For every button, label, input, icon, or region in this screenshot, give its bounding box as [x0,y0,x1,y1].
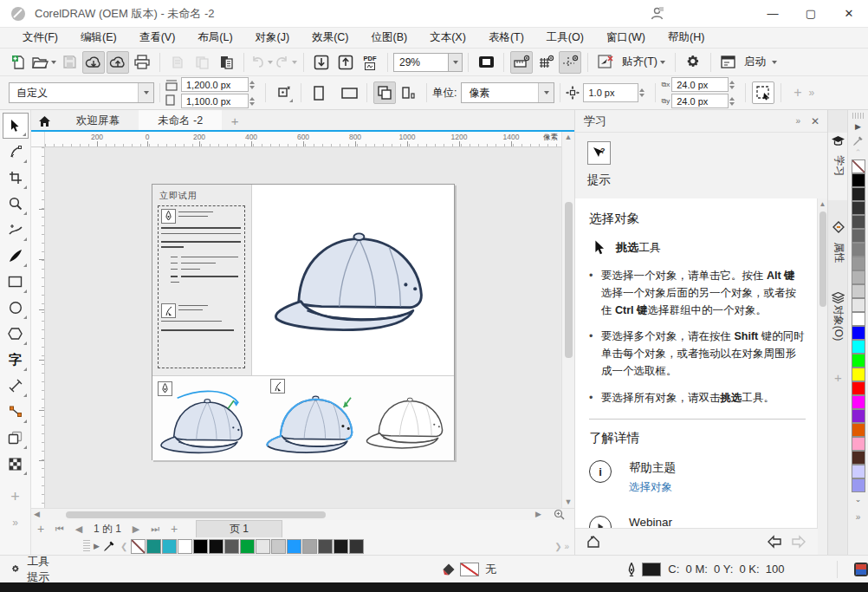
paste-icon[interactable] [215,51,237,74]
connector-tool[interactable] [3,399,29,425]
grid-toggle-icon[interactable] [534,51,557,74]
fill-indicator-icon[interactable] [442,563,456,576]
snap-off-icon[interactable] [594,51,617,74]
color-swatch[interactable] [131,539,146,554]
help-topic-link[interactable]: 选择对象 [629,480,676,495]
add-page-icon[interactable]: + [31,521,50,537]
rectangle-tool[interactable] [3,269,29,295]
page-width-input[interactable]: 1,200.0 px [181,77,249,92]
artistic-media-tool[interactable] [3,243,29,269]
menu-effects[interactable]: 效果(C) [301,28,359,48]
menu-help[interactable]: 帮助(H) [657,28,715,48]
cloud-download-icon[interactable] [82,51,105,74]
duplicate-y-input[interactable]: 24.0 px [671,94,729,108]
close-button[interactable]: ✕ [830,0,868,28]
rulers-toggle-icon[interactable] [510,51,533,74]
color-swatch[interactable] [852,478,865,492]
tab-untitled-2[interactable]: 未命名 -2 [139,110,222,132]
menu-view[interactable]: 查看(V) [129,28,186,48]
color-swatch[interactable] [178,539,192,554]
autofit-page-icon[interactable] [272,81,295,104]
palette-scroll-right-icon[interactable]: ❯ » [554,542,569,551]
text-tool[interactable]: 字 [3,347,29,373]
color-swatch[interactable] [852,395,865,409]
color-swatch[interactable] [852,159,865,173]
landscape-orientation-icon[interactable] [338,81,360,104]
color-swatch[interactable] [852,326,865,340]
last-page-icon[interactable]: ⏭ [146,521,165,537]
units-select[interactable]: 像素 [461,82,554,103]
toolbox-overflow-icon[interactable]: » [3,510,29,536]
tab-welcome-screen[interactable]: 欢迎屏幕 [57,110,139,132]
publish-pdf-icon[interactable]: PDF [359,51,381,74]
color-swatch[interactable] [146,539,161,554]
color-swatch[interactable] [349,539,364,554]
color-swatch[interactable] [852,451,865,465]
cap-artwork-step3[interactable] [360,388,457,456]
drawing-canvas[interactable]: 立即试用 [45,147,561,508]
duplicate-x-input[interactable]: 24.0 px [671,77,729,92]
back-icon[interactable] [766,535,783,549]
cap-artwork-step1[interactable] [154,387,258,459]
color-swatch[interactable] [852,229,865,243]
horizontal-scrollbar[interactable]: ◀ ▶ [31,508,544,520]
color-swatch[interactable] [334,539,348,554]
new-document-icon[interactable] [8,51,30,74]
export-icon[interactable] [334,51,357,74]
color-swatch[interactable] [852,173,865,187]
interactive-shadow-tool[interactable] [3,425,29,451]
horizontal-ruler[interactable]: 200 0 200 400 600 800 1000 1200 1400 像素 [45,132,561,147]
fullscreen-preview-icon[interactable] [475,51,497,74]
color-swatch[interactable] [256,539,270,554]
palette-drag-handle[interactable] [83,540,90,552]
account-icon[interactable] [638,0,676,28]
launch-dropdown-icon[interactable] [772,61,777,64]
zoom-level-select[interactable]: 29% [393,53,449,72]
menu-object[interactable]: 对象(J) [245,28,301,48]
cloud-upload-icon[interactable] [107,51,129,74]
palette-scroll-left-icon[interactable]: ❮ [120,542,127,551]
page-1-tab[interactable]: 页 1 [196,520,282,537]
learn-scrollbar[interactable]: ▲ ▼ [817,198,827,592]
docker-tab-objects[interactable]: 对象(O) [828,292,848,330]
menu-table[interactable]: 表格(T) [478,28,534,48]
color-swatch[interactable] [287,539,301,554]
menu-layout[interactable]: 布局(L) [187,28,243,48]
color-swatch[interactable] [852,340,865,354]
duplicate-x-spinner[interactable] [729,81,740,89]
page-preset-select[interactable]: 自定义 [9,82,154,103]
print-icon[interactable] [131,51,153,74]
color-swatch[interactable] [852,312,865,326]
color-swatch[interactable] [852,409,865,423]
docker-close-icon[interactable]: ✕ [811,115,819,127]
color-swatch[interactable] [318,539,333,554]
color-swatch[interactable] [852,243,865,257]
color-swatch[interactable] [162,539,177,554]
polygon-tool[interactable] [3,321,29,347]
color-swatch[interactable] [852,423,865,437]
cap-artwork-step2[interactable] [260,383,369,459]
cap-artwork-main[interactable] [263,193,450,367]
vertical-scrollbar[interactable]: ▲ ▼ [561,132,574,508]
open-icon[interactable] [32,51,56,74]
docker-tab-learn[interactable]: 学习 [828,133,848,200]
document-page[interactable]: 立即试用 [152,184,455,460]
prev-page-icon[interactable]: ◀ [69,521,88,537]
treat-as-filled-icon[interactable] [752,81,774,104]
color-swatch[interactable] [852,201,865,215]
pick-tool[interactable] [3,113,29,139]
import-icon[interactable] [310,51,333,74]
color-proof-icon[interactable] [854,563,868,576]
propbar-add-icon[interactable]: + [794,85,801,101]
launch-icon[interactable] [717,51,740,74]
color-swatch[interactable] [302,539,317,554]
nudge-offset-input[interactable]: 1.0 px [583,83,638,102]
new-tab-icon[interactable]: + [222,110,248,132]
save-icon[interactable] [58,51,81,74]
maximize-button[interactable]: ▢ [792,0,830,28]
palette-eyedropper-icon[interactable] [103,540,115,552]
portrait-orientation-icon[interactable] [308,81,330,104]
ruler-corner[interactable] [31,132,45,147]
outline-pen-icon[interactable] [626,563,637,576]
menu-bitmaps[interactable]: 位图(B) [361,28,418,48]
